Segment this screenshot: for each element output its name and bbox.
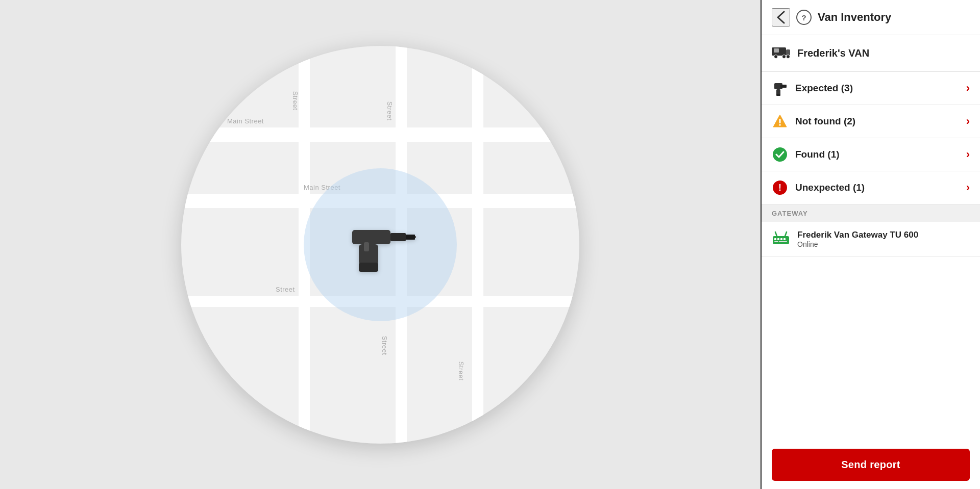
road-horizontal-1 — [181, 127, 579, 142]
svg-rect-18 — [779, 119, 781, 123]
warning-icon — [772, 114, 788, 129]
gateway-item: Frederik Van Gateway TU 600 Online — [762, 222, 980, 257]
truck-icon — [772, 44, 790, 59]
send-report-button[interactable]: Send report — [772, 449, 970, 481]
drill-icon — [345, 211, 416, 277]
map-container: Main Street Main Street Street Street St… — [0, 0, 761, 489]
svg-rect-24 — [774, 238, 776, 240]
svg-point-10 — [774, 55, 778, 59]
road-label-street-bottom-1: Street — [276, 286, 295, 293]
van-name: Frederik's VAN — [797, 47, 869, 59]
panel-title: Van Inventory — [818, 11, 891, 24]
svg-rect-9 — [774, 48, 779, 53]
gateway-section-header: GATEWAY — [762, 204, 980, 222]
svg-line-30 — [775, 232, 777, 236]
svg-rect-14 — [780, 85, 787, 88]
svg-rect-1 — [390, 233, 406, 241]
road-vertical-3 — [472, 46, 483, 444]
svg-rect-25 — [777, 238, 779, 240]
road-label-street-mid: Street — [386, 101, 394, 120]
tool-icon — [773, 81, 787, 96]
van-row: Frederik's VAN — [762, 35, 980, 72]
svg-rect-27 — [783, 238, 786, 240]
svg-rect-2 — [406, 235, 415, 240]
found-item[interactable]: Found (1) › — [762, 138, 980, 171]
unexpected-icon: ! — [772, 179, 788, 196]
gateway-name: Frederik Van Gateway TU 600 — [797, 230, 918, 240]
road-label-street-bottom-v1: Street — [381, 336, 388, 355]
back-icon — [777, 11, 785, 24]
van-icon — [772, 44, 790, 62]
expected-chevron: › — [966, 82, 970, 95]
unexpected-item[interactable]: ! Unexpected (1) › — [762, 171, 980, 204]
router-icon — [772, 230, 790, 245]
svg-rect-5 — [364, 242, 369, 251]
svg-rect-26 — [780, 238, 782, 240]
check-circle-icon — [772, 147, 788, 162]
found-icon — [772, 146, 788, 163]
svg-point-20 — [773, 147, 787, 162]
not-found-label: Not found (2) — [795, 116, 959, 127]
unexpected-chevron: › — [966, 181, 970, 194]
tool-icon-center — [345, 211, 416, 279]
inventory-list: Expected (3) › Not found (2) › — [762, 72, 980, 441]
svg-rect-0 — [352, 230, 390, 244]
road-label-street-left: Street — [291, 91, 299, 110]
gateway-icon — [772, 230, 790, 248]
road-label-main-street-top: Main Street — [227, 117, 264, 125]
panel: ? Van Inventory Frederik's VAN — [761, 0, 980, 489]
help-button[interactable]: ? — [796, 10, 812, 25]
gateway-info: Frederik Van Gateway TU 600 Online — [797, 230, 918, 248]
panel-header: ? Van Inventory — [762, 0, 980, 35]
svg-text:!: ! — [778, 183, 781, 193]
found-chevron: › — [966, 148, 970, 161]
expected-icon — [772, 80, 788, 96]
unexpected-label: Unexpected (1) — [795, 182, 959, 193]
svg-point-12 — [787, 55, 790, 59]
not-found-item[interactable]: Not found (2) › — [762, 105, 980, 138]
expected-item[interactable]: Expected (3) › — [762, 72, 980, 105]
svg-rect-4 — [359, 263, 378, 272]
back-button[interactable] — [772, 8, 790, 27]
svg-rect-29 — [779, 241, 787, 242]
found-label: Found (1) — [795, 149, 959, 160]
error-circle-icon: ! — [772, 180, 788, 195]
gateway-status: Online — [797, 240, 918, 248]
not-found-icon — [772, 113, 788, 130]
road-label-street-bottom-v2: Street — [457, 361, 465, 380]
svg-rect-16 — [776, 94, 780, 96]
map-circle: Main Street Main Street Street Street St… — [181, 46, 579, 444]
gateway-label: GATEWAY — [772, 210, 808, 217]
svg-point-19 — [779, 124, 781, 126]
expected-label: Expected (3) — [795, 83, 959, 94]
svg-line-31 — [785, 232, 787, 236]
svg-rect-28 — [774, 241, 778, 242]
svg-point-11 — [782, 55, 786, 59]
not-found-chevron: › — [966, 115, 970, 128]
svg-rect-6 — [415, 236, 416, 238]
